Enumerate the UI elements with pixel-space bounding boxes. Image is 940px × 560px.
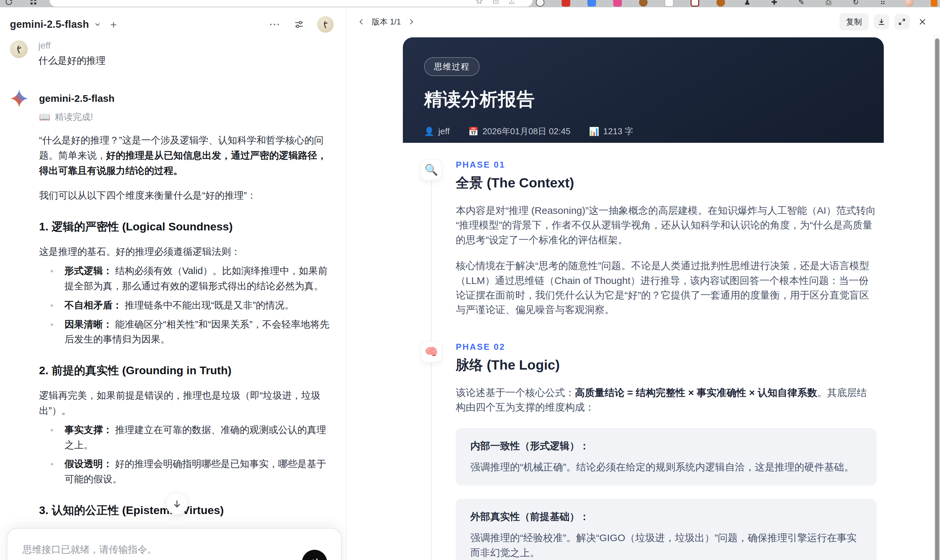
- status-text: 精读完成!: [55, 111, 93, 123]
- reading-list-icon[interactable]: [492, 0, 499, 5]
- message-list: jeff 什么是好的推理 gemini-2.5-flash: [0, 33, 346, 560]
- report-hero-card: 思维过程 精读分析报告 👤jeff 📅2026年01月08日 02:45 📊12…: [403, 37, 884, 143]
- formula-paragraph: 该论述基于一个核心公式：高质量结论 = 结构完整性 × 事实准确性 × 认知自律…: [456, 385, 877, 415]
- chat-panel: gemini-2.5-flash + ⋯ jeff: [0, 7, 347, 560]
- section-heading-1: 1. 逻辑的严密性 (Logical Soundness): [39, 219, 335, 234]
- report-title: 精读分析报告: [424, 87, 863, 112]
- list-item: 事实支撑：推理建立在可靠的数据、准确的观测或公认的真理之上。: [39, 423, 335, 453]
- section-lead-2: 逻辑再完美，如果前提是错误的，推理也是垃圾（即“垃圾进，垃圾出”）。: [39, 388, 335, 418]
- list-item: 因果清晰：能准确区分“相关性”和“因果关系”，不会轻率地将先后发生的事情归为因果…: [39, 317, 335, 348]
- intro-paragraph-2: 我们可以从以下四个维度来衡量什么是“好的推理”：: [39, 188, 335, 203]
- url-bar[interactable]: [49, 0, 533, 7]
- settings-sliders-icon[interactable]: [293, 19, 305, 30]
- phase-label: PHASE 02: [456, 342, 884, 352]
- red-shield-extension-icon[interactable]: [562, 0, 570, 7]
- word-count: 1213 字: [603, 126, 633, 137]
- phase-title: 脉络 (The Logic): [456, 356, 884, 374]
- author-name: jeff: [438, 126, 450, 137]
- report-meta: 👤jeff 📅2026年01月08日 02:45 📊1213 字: [424, 126, 863, 137]
- screen: ♟ ✚ ✎ ⎙ ↻ ⠿ gemini-2.5-flash + ⋯: [0, 0, 940, 560]
- author-icon: 👤: [424, 127, 434, 136]
- user-name: jeff: [39, 40, 105, 51]
- brown-extension-icon[interactable]: [639, 0, 647, 7]
- list-item: 假设透明：好的推理会明确指明哪些是已知事实，哪些是基于可能的假设。: [39, 457, 335, 487]
- share-icon[interactable]: [508, 0, 515, 5]
- book-icon: 📖: [39, 112, 50, 122]
- new-chat-button[interactable]: +: [110, 19, 117, 30]
- scrollbar-thumb[interactable]: [935, 38, 939, 560]
- report-toolbar: 版本 1/1 复制: [347, 7, 940, 34]
- bullet-list-1: 形式逻辑：结构必须有效（Valid）。比如演绎推理中，如果前提全部为真，那么通过…: [39, 263, 335, 347]
- card-body: 强调推理的“经验校准”。解决“GIGO（垃圾进，垃圾出）”问题，确保推理引擎运行…: [470, 530, 862, 560]
- user-avatar[interactable]: [317, 16, 334, 33]
- phase-title: 全景 (The Context): [456, 174, 884, 192]
- close-icon: [918, 17, 927, 26]
- phase-02: 🧠 PHASE 02 脉络 (The Logic) 该论述基于一个核心公式：高质…: [403, 342, 884, 560]
- download-button[interactable]: [874, 14, 889, 29]
- next-version-button[interactable]: [407, 18, 415, 25]
- list-item: 不自相矛盾：推理链条中不能出现“既是又非”的情况。: [39, 298, 335, 313]
- phase-paragraph: 核心情境在于解决“思考的随意性”问题。不论是人类通过批判性思维进行决策，还是大语…: [456, 258, 877, 317]
- copy-button[interactable]: 复制: [840, 13, 869, 31]
- assistant-message: gemini-2.5-flash 📖 精读完成! “什么是好的推理？”这是一个涉…: [10, 89, 334, 560]
- magnifier-icon: 🔍: [421, 159, 442, 180]
- scroll-to-bottom-button[interactable]: [166, 492, 188, 515]
- dimension-card-1: 内部一致性（形式逻辑）： 强调推理的“机械正确”。结论必须在给定的规则系统内逻辑…: [456, 428, 877, 486]
- gemini-star-icon: [10, 89, 28, 108]
- waveform-icon: [309, 557, 320, 560]
- card-title: 内部一致性（形式逻辑）：: [470, 439, 862, 453]
- close-panel-button[interactable]: [915, 14, 930, 29]
- bookmark-star-icon[interactable]: [476, 0, 483, 5]
- user-message: jeff 什么是好的推理: [10, 40, 334, 68]
- section-heading-2: 2. 前提的真实性 (Grounding in Truth): [39, 363, 335, 378]
- orange-extension-icon[interactable]: [717, 0, 725, 7]
- avatar-figure-icon: [320, 19, 331, 30]
- phase-timeline: 🔍 PHASE 01 全景 (The Context) 本内容是对“推理 (Re…: [403, 143, 884, 560]
- browser-profile-avatar[interactable]: [905, 0, 914, 7]
- user-avatar: [10, 40, 28, 58]
- grid-toolbar-icon[interactable]: ⠿: [878, 0, 888, 7]
- avatar-figure-icon: [13, 43, 25, 55]
- phase-label: PHASE 01: [456, 160, 884, 170]
- downloads-toolbar-icon[interactable]: ⎙: [824, 0, 834, 7]
- assistant-status: 📖 精读完成!: [39, 111, 334, 123]
- report-document: 思维过程 精读分析报告 👤jeff 📅2026年01月08日 02:45 📊12…: [403, 37, 884, 560]
- model-title[interactable]: gemini-2.5-flash: [10, 18, 89, 31]
- person-toolbar-icon[interactable]: ♟: [742, 0, 752, 7]
- report-panel: 版本 1/1 复制: [347, 7, 940, 560]
- assistant-markdown: “什么是好的推理？”这是一个涉及逻辑学、认知科学和哲学核心的问题。简单来说，好的…: [39, 133, 335, 560]
- scrollbar-track[interactable]: [934, 34, 940, 560]
- thinking-process-badge: 思维过程: [424, 57, 479, 76]
- report-scroll-area[interactable]: 思维过程 精读分析报告 👤jeff 📅2026年01月08日 02:45 📊12…: [347, 34, 934, 560]
- composer-input[interactable]: 思维接口已就绪，请传输指令。: [7, 529, 341, 556]
- more-options-button[interactable]: ⋯: [269, 22, 281, 27]
- sync-toolbar-icon[interactable]: ↻: [851, 0, 861, 7]
- light-extension-icon[interactable]: [665, 0, 673, 7]
- card-title: 外部真实性（前提基础）：: [470, 510, 862, 524]
- puzzle-toolbar-icon[interactable]: ✚: [769, 0, 779, 7]
- chat-header: gemini-2.5-flash + ⋯: [0, 7, 346, 33]
- pen-toolbar-icon[interactable]: ✎: [797, 0, 806, 7]
- blue-extension-icon[interactable]: [587, 0, 596, 7]
- arrow-down-icon: [172, 499, 182, 509]
- brain-icon: 🧠: [421, 341, 442, 362]
- card-body: 强调推理的“机械正确”。结论必须在给定的规则系统内逻辑自洽，这是推理的硬件基础。: [470, 460, 862, 474]
- phase-paragraph: 本内容是对“推理 (Reasoning)”这一抽象概念的高层建模。在知识爆炸与人…: [456, 203, 877, 247]
- extensions-row: ♟ ✚ ✎ ⎙ ↻ ⠿: [536, 0, 937, 7]
- fullscreen-button[interactable]: [894, 14, 909, 29]
- previous-version-button[interactable]: [358, 18, 365, 25]
- darkred-extension-icon[interactable]: [690, 0, 699, 7]
- composer[interactable]: 思维接口已就绪，请传输指令。 + ❖: [7, 528, 342, 560]
- phase-01: 🔍 PHASE 01 全景 (The Context) 本内容是对“推理 (Re…: [403, 160, 884, 317]
- download-icon: [877, 18, 885, 26]
- orange-corner-icon[interactable]: [931, 0, 937, 7]
- chevron-down-icon[interactable]: [94, 20, 102, 28]
- reader-extension-icon[interactable]: [536, 0, 544, 7]
- wordcount-icon: 📊: [589, 127, 599, 136]
- apps-grid-icon[interactable]: [29, 0, 38, 6]
- reload-icon[interactable]: [5, 0, 13, 6]
- dimension-card-2: 外部真实性（前提基础）： 强调推理的“经验校准”。解决“GIGO（垃圾进，垃圾出…: [456, 499, 877, 560]
- app-window: gemini-2.5-flash + ⋯ jeff: [0, 7, 940, 560]
- pink-extension-icon[interactable]: [613, 0, 622, 7]
- section-lead-1: 这是推理的基石。好的推理必须遵循逻辑法则：: [39, 244, 335, 260]
